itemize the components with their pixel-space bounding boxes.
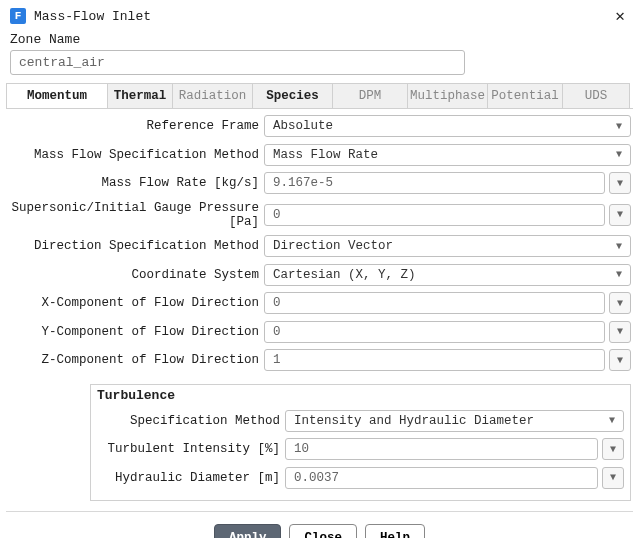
label-supersonic: Supersonic/Initial Gauge Pressure [Pa]: [8, 201, 264, 229]
row-coord_sys: Coordinate SystemCartesian (X, Y, Z)▼: [8, 264, 631, 286]
close-icon[interactable]: ✕: [611, 6, 629, 26]
input-mass_flow_rate[interactable]: 9.167e-5: [264, 172, 605, 194]
tab-species[interactable]: Species: [253, 83, 333, 108]
tab-dpm[interactable]: DPM: [333, 83, 408, 108]
row-intensity: Turbulent Intensity [%]10▼: [97, 438, 624, 460]
label-coord_sys: Coordinate System: [8, 268, 264, 282]
tabs-bar: MomentumThermalRadiationSpeciesDPMMultip…: [6, 83, 633, 109]
options-y_comp[interactable]: ▼: [609, 321, 631, 343]
input-x_comp[interactable]: 0: [264, 292, 605, 314]
row-spec_method: Specification MethodIntensity and Hydrau…: [97, 410, 624, 432]
options-z_comp[interactable]: ▼: [609, 349, 631, 371]
label-mass_flow_rate: Mass Flow Rate [kg/s]: [8, 176, 264, 190]
chevron-down-icon: ▼: [616, 121, 622, 132]
window-title: Mass-Flow Inlet: [34, 9, 603, 24]
help-button[interactable]: Help: [365, 524, 425, 538]
tab-momentum[interactable]: Momentum: [6, 83, 108, 108]
row-mf_spec_method: Mass Flow Specification MethodMass Flow …: [8, 144, 631, 166]
label-reference_frame: Reference Frame: [8, 119, 264, 133]
row-y_comp: Y-Component of Flow Direction0▼: [8, 321, 631, 343]
close-button[interactable]: Close: [289, 524, 357, 538]
turbulence-title: Turbulence: [91, 385, 630, 406]
input-y_comp[interactable]: 0: [264, 321, 605, 343]
select-reference_frame[interactable]: Absolute▼: [264, 115, 631, 137]
label-mf_spec_method: Mass Flow Specification Method: [8, 148, 264, 162]
row-diameter: Hydraulic Diameter [m]0.0037▼: [97, 467, 624, 489]
options-mass_flow_rate[interactable]: ▼: [609, 172, 631, 194]
turbulence-section: Turbulence Specification MethodIntensity…: [90, 384, 631, 502]
apply-button[interactable]: Apply: [214, 524, 282, 538]
row-x_comp: X-Component of Flow Direction0▼: [8, 292, 631, 314]
input-supersonic[interactable]: 0: [264, 204, 605, 226]
label-x_comp: X-Component of Flow Direction: [8, 296, 264, 310]
options-supersonic[interactable]: ▼: [609, 204, 631, 226]
chevron-down-icon: ▼: [609, 415, 615, 426]
tab-multiphase[interactable]: Multiphase: [408, 83, 488, 108]
row-dir_spec_method: Direction Specification MethodDirection …: [8, 235, 631, 257]
row-supersonic: Supersonic/Initial Gauge Pressure [Pa]0▼: [8, 201, 631, 229]
zone-name-label: Zone Name: [10, 32, 629, 47]
label-dir_spec_method: Direction Specification Method: [8, 239, 264, 253]
tab-radiation[interactable]: Radiation: [173, 83, 253, 108]
zone-block: Zone Name: [0, 30, 639, 81]
label-z_comp: Z-Component of Flow Direction: [8, 353, 264, 367]
chevron-down-icon: ▼: [616, 149, 622, 160]
select-mf_spec_method[interactable]: Mass Flow Rate▼: [264, 144, 631, 166]
tab-thermal[interactable]: Thermal: [108, 83, 173, 108]
label-y_comp: Y-Component of Flow Direction: [8, 325, 264, 339]
row-mass_flow_rate: Mass Flow Rate [kg/s]9.167e-5▼: [8, 172, 631, 194]
select-dir_spec_method[interactable]: Direction Vector▼: [264, 235, 631, 257]
titlebar: F Mass-Flow Inlet ✕: [0, 0, 639, 30]
label-intensity: Turbulent Intensity [%]: [97, 442, 285, 456]
select-coord_sys[interactable]: Cartesian (X, Y, Z)▼: [264, 264, 631, 286]
options-x_comp[interactable]: ▼: [609, 292, 631, 314]
input-diameter[interactable]: 0.0037: [285, 467, 598, 489]
momentum-panel: Reference FrameAbsolute▼Mass Flow Specif…: [0, 109, 639, 380]
options-diameter[interactable]: ▼: [602, 467, 624, 489]
options-intensity[interactable]: ▼: [602, 438, 624, 460]
app-icon: F: [10, 8, 26, 24]
button-bar: Apply Close Help: [6, 511, 633, 538]
zone-name-input[interactable]: [10, 50, 465, 75]
row-z_comp: Z-Component of Flow Direction1▼: [8, 349, 631, 371]
row-reference_frame: Reference FrameAbsolute▼: [8, 115, 631, 137]
tab-uds[interactable]: UDS: [563, 83, 630, 108]
label-spec_method: Specification Method: [97, 414, 285, 428]
tab-potential[interactable]: Potential: [488, 83, 563, 108]
chevron-down-icon: ▼: [616, 241, 622, 252]
label-diameter: Hydraulic Diameter [m]: [97, 471, 285, 485]
chevron-down-icon: ▼: [616, 269, 622, 280]
input-intensity[interactable]: 10: [285, 438, 598, 460]
select-spec_method[interactable]: Intensity and Hydraulic Diameter▼: [285, 410, 624, 432]
input-z_comp[interactable]: 1: [264, 349, 605, 371]
